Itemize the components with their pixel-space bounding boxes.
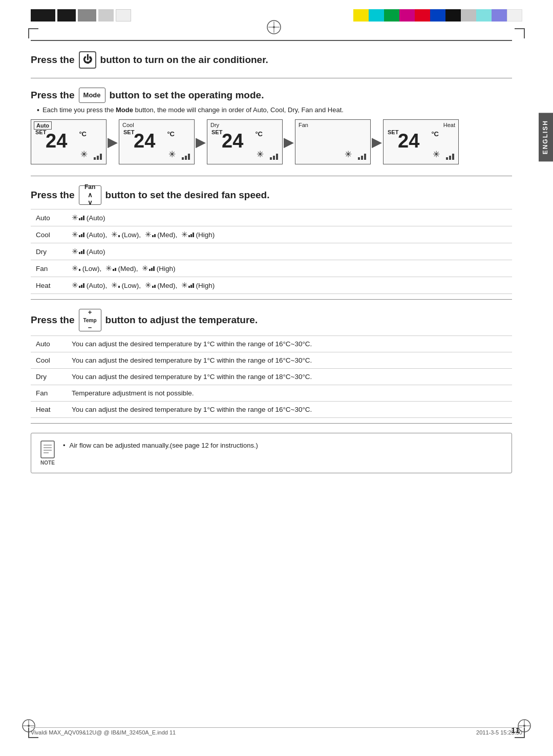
- press-the-power-label: Press the: [31, 54, 75, 67]
- temp-desc-auto: You can adjust the desired temperature b…: [67, 336, 512, 352]
- fan-mode-fan: Fan: [31, 260, 67, 277]
- fan-icon-heat-auto: ✳: [72, 281, 78, 289]
- footer-left: Vivaldi MAX_AQV09&12U@ @ IB&IM_32450A_E.…: [31, 729, 176, 736]
- fan-mode-auto: Auto: [31, 209, 67, 226]
- note-icon: NOTE: [39, 440, 56, 466]
- temp-desc-heat: You can adjust the desired temperature b…: [67, 402, 512, 418]
- corner-mark-tr: [515, 28, 525, 38]
- note-label-text: NOTE: [40, 460, 55, 466]
- temp-mode-cool: Cool: [31, 352, 67, 369]
- lcd-temp-cool: 24: [134, 131, 155, 151]
- temp-button-icon: + Temp −: [79, 309, 101, 331]
- mode-section-title: Press the Mode button to set the operati…: [31, 88, 512, 103]
- lcd-fan-sym-heat: ✳: [433, 149, 440, 160]
- power-section-title: Press the ⏻ button to turn on the air co…: [31, 51, 512, 69]
- press-the-temp-label: Press the: [31, 314, 75, 327]
- lcd-displays-row: Auto SET 24 °C ✳ ▶ Cool SET 24 °C ✳: [31, 119, 512, 164]
- temp-mode-auto: Auto: [31, 336, 67, 352]
- mode-note-text: Each time you press the Mode button, the…: [42, 106, 344, 114]
- bullet-icon: •: [37, 106, 39, 114]
- top-right-color-bars: [353, 9, 522, 22]
- temp-mode-fan: Fan: [31, 385, 67, 402]
- mode-button-icon: Mode: [79, 88, 105, 103]
- divider-4: [31, 423, 512, 424]
- temp-section-title: Press the + Temp − button to adjust the …: [31, 309, 512, 331]
- note-box: NOTE • Air flow can be adjusted manually…: [31, 433, 512, 473]
- divider-2: [31, 176, 512, 176]
- fan-row-cool: Cool ✳ (Auto), ✳ (Low), ✳ (Med), ✳ (High…: [31, 226, 512, 243]
- press-the-fan-label: Press the: [31, 189, 75, 202]
- fan-desc-auto: ✳ (Auto): [67, 209, 512, 226]
- fan-title-text: button to set the desired fan speed.: [105, 189, 270, 202]
- fan-speed-table: Auto ✳ (Auto) Cool ✳ (Auto), ✳ (Low), ✳ …: [31, 209, 512, 294]
- fan-mode-dry: Dry: [31, 243, 67, 260]
- temp-desc-dry: You can adjust the desired temperature b…: [67, 369, 512, 385]
- arrow-4: ▶: [372, 134, 382, 150]
- fan-icon-fan-high: ✳: [142, 264, 148, 272]
- svg-point-3: [273, 26, 275, 28]
- lcd-signal-fan: [358, 154, 366, 160]
- fan-icon-cool-high: ✳: [181, 230, 188, 239]
- top-left-color-bars: [31, 9, 131, 22]
- fan-icon-heat-low: ✳: [111, 281, 118, 289]
- fan-icon-fan-med: ✳: [105, 264, 112, 272]
- section-power: Press the ⏻ button to turn on the air co…: [31, 45, 512, 73]
- lcd-deg-heat: °C: [431, 130, 439, 138]
- section-mode: Press the Mode button to set the operati…: [31, 83, 512, 171]
- fan-icon-heat-med: ✳: [145, 281, 152, 289]
- fan-mode-cool: Cool: [31, 226, 67, 243]
- lcd-set-cool: SET: [123, 129, 134, 135]
- power-button-icon: ⏻: [79, 51, 96, 69]
- lcd-cool-label: Cool: [122, 122, 134, 128]
- fan-icon-heat-high: ✳: [181, 281, 188, 289]
- temp-desc-cool: You can adjust the desired temperature b…: [67, 352, 512, 369]
- fan-mode-heat: Heat: [31, 277, 67, 294]
- lcd-heat: Heat SET 24 °C ✳: [383, 119, 459, 164]
- section-temp: Press the + Temp − button to adjust the …: [31, 305, 512, 418]
- lcd-fan-sym-cool: ✳: [168, 149, 176, 160]
- note-bullet: •: [63, 440, 66, 451]
- arrow-3: ▶: [284, 134, 294, 150]
- temp-mode-heat: Heat: [31, 402, 67, 418]
- page-number: 11: [511, 726, 520, 734]
- lcd-auto-label: Auto: [34, 121, 52, 130]
- fan-icon-dry: ✳: [72, 247, 78, 256]
- lcd-fan-sym-auto: ✳: [80, 149, 88, 160]
- fan-row-auto: Auto ✳ (Auto): [31, 209, 512, 226]
- fan-desc-heat: ✳ (Auto), ✳ (Low), ✳ (Med), ✳ (High): [67, 277, 512, 294]
- lcd-cool: Cool SET 24 °C ✳: [119, 119, 195, 164]
- temp-row-heat: Heat You can adjust the desired temperat…: [31, 402, 512, 418]
- fan-desc-cool: ✳ (Auto), ✳ (Low), ✳ (Med), ✳ (High): [67, 226, 512, 243]
- svg-rect-4: [41, 441, 54, 458]
- fan-icon-cool-med: ✳: [145, 230, 152, 239]
- top-divider: [31, 40, 512, 41]
- lcd-temp-heat: 24: [398, 131, 419, 151]
- fan-row-dry: Dry ✳ (Auto): [31, 243, 512, 260]
- mode-note: • Each time you press the Mode button, t…: [37, 106, 512, 114]
- temp-row-auto: Auto You can adjust the desired temperat…: [31, 336, 512, 352]
- lcd-fan-sym-fan: ✳: [345, 149, 352, 160]
- lcd-signal-dry: [270, 154, 278, 160]
- mode-title-text: button to set the operating mode.: [110, 89, 264, 102]
- lcd-signal-auto: [94, 154, 102, 160]
- lcd-signal-heat: [446, 154, 454, 160]
- lcd-heat-label: Heat: [443, 122, 455, 128]
- lcd-auto: Auto SET 24 °C ✳: [31, 119, 107, 164]
- temp-row-dry: Dry You can adjust the desired temperatu…: [31, 369, 512, 385]
- footer: Vivaldi MAX_AQV09&12U@ @ IB&IM_32450A_E.…: [31, 729, 522, 736]
- fan-desc-fan: ✳ (Low), ✳ (Med), ✳ (High): [67, 260, 512, 277]
- divider-1: [31, 78, 512, 78]
- note-content: • Air flow can be adjusted manually.(see…: [63, 440, 258, 451]
- main-content: Press the ⏻ button to turn on the air co…: [31, 36, 512, 725]
- lcd-set-auto: SET: [35, 129, 46, 135]
- temp-row-cool: Cool You can adjust the desired temperat…: [31, 352, 512, 369]
- temp-desc-fan: Temperature adjustment is not possible.: [67, 385, 512, 402]
- press-the-mode-label: Press the: [31, 89, 75, 102]
- fan-button-icon: Fan ∧∨: [79, 185, 101, 205]
- arrow-1: ▶: [108, 134, 118, 150]
- lcd-set-dry: SET: [211, 129, 222, 135]
- fan-icon-cool-low: ✳: [111, 230, 118, 239]
- note-text-content: Air flow can be adjusted manually.(see p…: [70, 440, 258, 451]
- fan-row-heat: Heat ✳ (Auto), ✳ (Low), ✳ (Med), ✳ (High…: [31, 277, 512, 294]
- lcd-set-heat: SET: [388, 129, 398, 135]
